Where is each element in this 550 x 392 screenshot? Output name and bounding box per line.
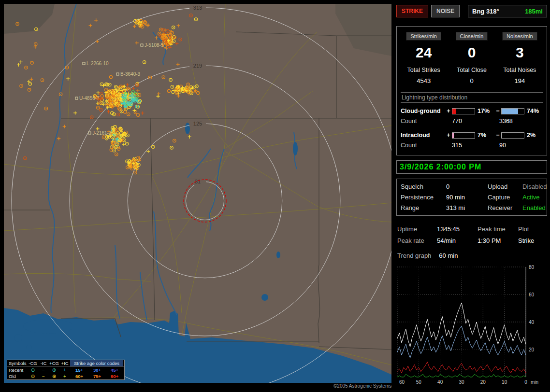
ic-positive-count: 315 — [452, 142, 499, 149]
cg-positive-bar — [452, 108, 475, 114]
total-close-value: 0 — [448, 77, 495, 84]
age-30: 30+ — [88, 367, 106, 373]
trend-chart-svg: 204060806050403020100min — [396, 263, 544, 388]
svg-text:313: 313 — [193, 5, 202, 11]
trend-header: Trend graph 60 min — [396, 252, 547, 259]
strike-mode-button[interactable]: STRIKE — [396, 5, 428, 17]
total-strikes-label: Total Strikes — [400, 67, 448, 73]
strikes-per-min-header[interactable]: Strikes/min — [406, 32, 441, 41]
ic-negative-count: 90 — [499, 142, 543, 149]
ic-minus-sign: − — [494, 132, 501, 139]
svg-text:30: 30 — [459, 379, 464, 385]
ic-plus-sign: + — [445, 132, 452, 139]
cg-plus-sign: + — [445, 108, 452, 114]
ic-negative-pct: 2% — [524, 132, 540, 139]
svg-text:80: 80 — [529, 265, 535, 270]
squelch-value: 0 — [446, 183, 488, 190]
intracloud-row: Intracloud + 7% − 2% — [400, 130, 544, 140]
legend-col-neg-ic: -IC — [38, 361, 49, 366]
lightning-map-svg[interactable]: 31321912531J-5108-5L-2266-10B-3640-3U-48… — [4, 4, 391, 383]
close-per-min-value: 0 — [448, 44, 495, 61]
noise-mode-button[interactable]: NOISE — [431, 5, 460, 17]
receiver-label: Receiver — [488, 204, 522, 211]
ic-count-label: Count — [401, 142, 452, 149]
peak-time-value: 1:30 PM — [478, 237, 518, 244]
settings-panel: Squelch 0 Upload Disabled Persistence 90… — [396, 179, 547, 216]
ic-positive-pct: 7% — [475, 132, 494, 139]
age-15: 15+ — [70, 367, 88, 373]
datetime-display: 3/9/2026 2:00:00 PM — [396, 160, 547, 174]
plot-label: Plot — [518, 225, 546, 233]
svg-text:J-5108-5: J-5108-5 — [145, 42, 164, 48]
neg-cg-old-icon: ⊙ — [28, 374, 38, 379]
cloud-ground-count-row: Count 770 3368 — [400, 116, 544, 126]
svg-text:60: 60 — [399, 379, 405, 385]
right-panel: STRIKE NOISE Bng 318° 185mi Strikes/min … — [396, 5, 547, 388]
svg-text:U-4856-7: U-4856-7 — [79, 96, 100, 101]
performance-panel: Uptime 1345:45 Peak time Plot Peak rate … — [396, 225, 547, 244]
age-90: 90+ — [106, 374, 123, 379]
legend-col-neg-cg: -CG — [28, 361, 38, 366]
cg-count-label: Count — [401, 118, 452, 125]
neg-ic-recent-icon: − — [38, 367, 49, 373]
svg-text:50: 50 — [416, 379, 422, 385]
map-legend: Symbols -CG -IC +CG +IC Strike age color… — [7, 360, 125, 380]
intracloud-count-row: Count 315 90 — [400, 140, 544, 150]
upload-label: Upload — [488, 183, 522, 190]
range-value: 313 mi — [446, 204, 488, 211]
copyright-text: ©2005 Astrogenic Systems — [333, 383, 391, 389]
neg-cg-recent-icon: ⊙ — [28, 367, 38, 373]
plot-value: Strike — [518, 237, 546, 244]
svg-text:20: 20 — [529, 347, 535, 352]
svg-text:40: 40 — [437, 379, 443, 385]
total-noises-value: 194 — [496, 77, 544, 84]
svg-text:125: 125 — [193, 121, 202, 126]
bearing-display: Bng 318° 185mi — [468, 5, 547, 17]
strikes-per-min-value: 24 — [400, 44, 448, 61]
pos-ic-recent-icon: + — [59, 367, 70, 373]
total-close-label: Total Close — [448, 67, 495, 73]
legend-symbols-label: Symbols — [7, 361, 28, 366]
upload-status: Disabled — [522, 183, 547, 190]
svg-text:60: 60 — [529, 292, 535, 297]
range-label: Range — [401, 204, 446, 211]
rates-panel: Strikes/min Close/min Noises/min 24 0 3 … — [396, 26, 547, 155]
mode-bar: STRIKE NOISE Bng 318° 185mi — [396, 5, 547, 17]
svg-text:min: min — [531, 379, 538, 385]
cg-negative-bar — [501, 108, 524, 114]
distribution-title: Lightning type distribution — [401, 92, 543, 103]
svg-text:B-3640-3: B-3640-3 — [120, 71, 141, 77]
neg-ic-old-icon: − — [38, 374, 49, 379]
age-60: 60+ — [70, 374, 88, 379]
uptime-label: Uptime — [397, 225, 437, 233]
age-75: 75+ — [88, 374, 106, 379]
trend-window-value: 60 min — [439, 252, 458, 259]
svg-text:L-2266-10: L-2266-10 — [87, 61, 109, 66]
peak-rate-label: Peak rate — [397, 237, 437, 244]
total-strikes-value: 4543 — [400, 77, 448, 84]
trend-graph-label: Trend graph — [397, 252, 431, 259]
ic-positive-bar — [452, 132, 475, 139]
svg-text:10: 10 — [502, 379, 507, 385]
receiver-status: Enabled — [522, 204, 547, 211]
trend-chart: 204060806050403020100min — [396, 263, 547, 388]
cg-negative-pct: 74% — [524, 108, 540, 114]
lightning-map[interactable]: 31321912531J-5108-5L-2266-10B-3640-3U-48… — [4, 4, 391, 383]
cg-positive-pct: 17% — [475, 108, 494, 114]
svg-text:40: 40 — [529, 320, 535, 325]
legend-col-pos-cg: +CG — [49, 361, 59, 366]
persistence-value: 90 min — [446, 194, 488, 201]
noises-per-min-header[interactable]: Noises/min — [502, 32, 537, 41]
legend-col-pos-ic: +IC — [59, 361, 70, 366]
bearing-value: Bng 318° — [472, 8, 499, 15]
peak-time-label: Peak time — [478, 225, 518, 233]
ic-negative-bar — [501, 132, 524, 139]
cg-negative-count: 3368 — [499, 118, 543, 125]
svg-text:20: 20 — [480, 379, 486, 385]
close-per-min-header[interactable]: Close/min — [456, 32, 488, 41]
pos-cg-old-icon: ⊕ — [49, 374, 59, 379]
peak-rate-value: 54/min — [437, 237, 478, 244]
age-45: 45+ — [106, 367, 123, 373]
legend-age-title: Strike age color codes — [70, 360, 123, 366]
cloud-ground-label: Cloud-ground — [401, 108, 445, 114]
